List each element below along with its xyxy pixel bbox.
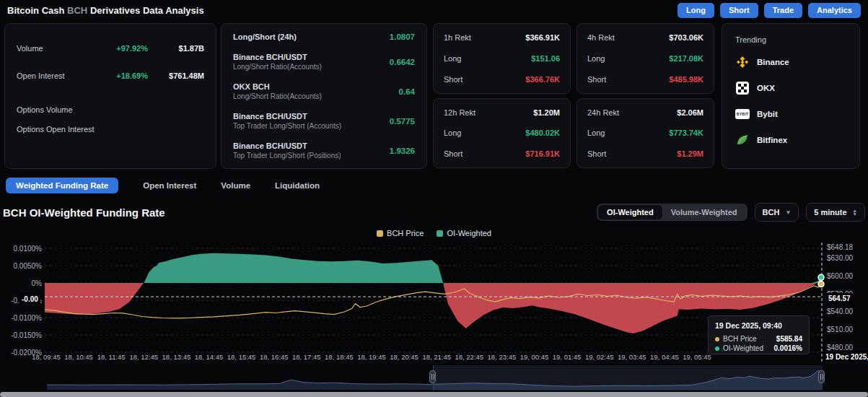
tooltip-row-funding: OI-Weighted 0.0016%	[715, 344, 802, 353]
rekt-short-label: Short	[444, 75, 525, 84]
legend-oi-weighted[interactable]: OI-Weighted	[437, 229, 491, 237]
chart-title: BCH OI-Weighted Funding Rate	[3, 206, 165, 219]
chart-tooltip: 19 Dec 2025, 09:40 BCH Price $585.84 OI-…	[708, 315, 810, 354]
ratio-value: 0.6642	[390, 58, 415, 66]
tooltip-date: 19 Dec 2025, 09:40	[715, 321, 802, 330]
x-axis-tick: 19, 03:45	[618, 353, 646, 361]
legend-label: OI-Weighted	[447, 229, 491, 237]
navigator-selected-range[interactable]	[433, 365, 823, 391]
trending-item-label: Binance	[757, 58, 789, 66]
rekt-long-label: Long	[587, 128, 669, 137]
x-axis-tick: 18, 22:45	[455, 353, 483, 361]
trending-item-label: Bitfinex	[757, 136, 787, 144]
rekt-card-1h: 1h Rekt$366.91K Long$151.06 Short$366.76…	[433, 23, 571, 94]
trending-item-binance[interactable]: Binance	[735, 54, 846, 70]
x-axis-tick: 18, 21:45	[422, 353, 451, 361]
stat-row-options-open-interest: Options Open Interest	[17, 122, 204, 136]
horizontal-scrollbar[interactable]	[0, 392, 868, 397]
toggle-volume-weighted[interactable]: Volume-Weighted	[662, 205, 746, 219]
tab-volume[interactable]: Volume	[221, 178, 250, 193]
trending-item-bybit[interactable]: BYBIT Bybit	[735, 106, 846, 122]
ratio-value: 0.64	[399, 87, 415, 96]
rekt-total: $366.91K	[525, 33, 560, 42]
trending-item-label: Bybit	[757, 110, 778, 118]
x-axis-tick: 18, 20:45	[390, 353, 418, 361]
stat-change: +97.92%	[96, 44, 148, 53]
funding-rate-chart[interactable]	[45, 244, 823, 352]
interval-select[interactable]: 5 minute ▲▼	[806, 203, 865, 222]
x-axis-tick: 18, 16:45	[260, 353, 289, 361]
ratio-title: OKX BCH	[233, 82, 399, 91]
x-axis-tick: 19, 01:45	[553, 353, 582, 361]
x-axis-tick: 18, 10:45	[64, 353, 93, 361]
rekt-total: $2.06M	[677, 108, 703, 117]
symbol-select-value: BCH	[763, 208, 780, 217]
x-axis-tick: 19, 00:45	[520, 353, 549, 361]
toggle-oi-weighted[interactable]: OI-Weighted	[598, 205, 662, 219]
crosshair-right-label: 564.57	[826, 293, 853, 304]
stat-label: Volume	[17, 44, 96, 53]
y-left-tick: 0.0050%	[0, 262, 42, 270]
x-axis-tick: 19, 02:45	[585, 353, 614, 361]
long-short-ratios-card: Long/Short (24h) 1.0807 Binance BCH/USDT…	[221, 23, 427, 169]
rekt-long-value: $773.74K	[669, 128, 703, 137]
rekt-short-value: $1.29M	[677, 149, 703, 158]
y-left-tick: 0.0100%	[0, 245, 42, 253]
analytics-button[interactable]: Analytics	[808, 3, 861, 18]
stat-value: $761.48M	[148, 71, 204, 80]
y-left-tick: -0.0150%	[0, 331, 42, 339]
ratio-row: Binance BCH/USDT Long/Short Ratio(Accoun…	[233, 53, 415, 71]
y-left-tick: -0.0100%	[0, 314, 42, 322]
stat-label: Open Interest	[17, 71, 96, 80]
ratio-subtitle: Top Trader Long/Short (Accounts)	[233, 122, 390, 130]
stat-row-options-volume: Options Volume	[17, 102, 204, 117]
x-axis-tick: 18, 13:45	[162, 353, 191, 361]
long-button[interactable]: Long	[678, 3, 714, 18]
ratio-title: Binance BCH/USDT	[233, 141, 390, 150]
ratio-title: Binance BCH/USDT	[233, 53, 390, 61]
okx-icon	[735, 81, 750, 95]
rekt-long-label: Long	[444, 128, 525, 137]
ratio-row: Binance BCH/USDT Top Trader Long/Short (…	[233, 141, 415, 160]
rekt-long-value: $217.08K	[669, 54, 703, 63]
rekt-card-24h: 24h Rekt$2.06M Long$773.74K Short$1.29M	[577, 98, 714, 169]
symbol-select[interactable]: BCH ▼	[755, 203, 799, 222]
legend-bch-price[interactable]: BCH Price	[377, 229, 424, 237]
tab-open-interest[interactable]: Open Interest	[143, 178, 196, 193]
ratio-subtitle: Top Trader Long/Short (Positions)	[233, 152, 390, 160]
navigator-right-handle[interactable]	[818, 370, 825, 383]
x-axis-tick: 18, 19:45	[357, 353, 386, 361]
bybit-icon: BYBIT	[735, 107, 750, 121]
stat-label: Options Volume	[17, 105, 96, 114]
trending-item-okx[interactable]: OKX	[735, 80, 846, 96]
tooltip-series-value: 0.0016%	[774, 344, 802, 352]
ratio-row: Long/Short (24h) 1.0807	[233, 32, 415, 41]
binance-icon	[735, 55, 750, 69]
ratio-subtitle: Long/Short Ratio(Accounts)	[233, 92, 399, 100]
trade-button[interactable]: Trade	[764, 3, 802, 18]
ratio-value: 1.0807	[390, 32, 415, 41]
chart-legend: BCH Price OI-Weighted	[0, 229, 868, 237]
tab-weighted-funding-rate[interactable]: Weighted Funding Rate	[6, 178, 118, 193]
rekt-card-4h: 4h Rekt$703.06K Long$217.08K Short$485.9…	[577, 23, 714, 94]
y-right-tick: $600.00	[827, 272, 853, 280]
ratio-subtitle: Long/Short Ratio(Accounts)	[233, 63, 390, 71]
rekt-short-label: Short	[587, 75, 669, 84]
tooltip-series-name: OI-Weighted	[723, 344, 771, 352]
rekt-title: 12h Rekt	[444, 108, 533, 117]
ratio-value: 1.9326	[390, 147, 415, 155]
yellow-dot-icon	[715, 337, 719, 341]
ratio-row: Binance BCH/USDT Top Trader Long/Short (…	[233, 112, 415, 130]
stat-change: +18.69%	[96, 71, 148, 80]
x-axis-tick: 18, 23:45	[488, 353, 517, 361]
legend-swatch-green	[437, 230, 443, 237]
rekt-short-value: $485.98K	[669, 75, 703, 84]
short-button[interactable]: Short	[720, 3, 758, 18]
ratio-row: OKX BCH Long/Short Ratio(Accounts) 0.64	[233, 82, 415, 100]
y-right-tick: $630.00	[827, 254, 853, 262]
x-axis-tick: 18, 09:45	[32, 353, 61, 361]
tab-liquidation[interactable]: Liquidation	[275, 178, 320, 193]
trending-item-bitfinex[interactable]: Bitfinex	[735, 132, 846, 148]
navigator-left-handle[interactable]	[429, 370, 436, 383]
stat-value: $1.87B	[148, 44, 204, 53]
